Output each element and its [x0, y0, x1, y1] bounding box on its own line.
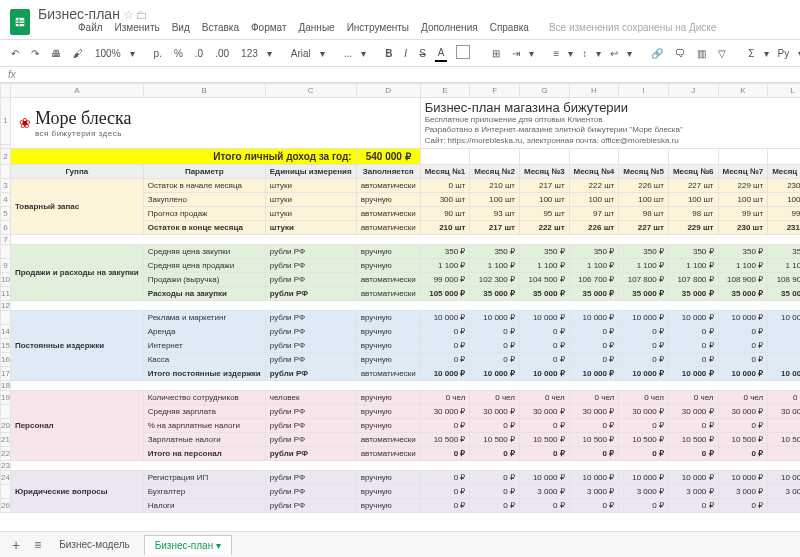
currency-button[interactable]: р.	[151, 46, 165, 61]
cell[interactable]: 350 ₽	[420, 245, 470, 259]
cell[interactable]: 0 ₽	[718, 419, 768, 433]
valign-icon[interactable]: ↕	[579, 46, 590, 61]
cell[interactable]: 350 ₽	[569, 245, 619, 259]
cell[interactable]: 3 000 ₽	[519, 485, 569, 499]
cell[interactable]: 10 000 ₽	[420, 311, 470, 325]
cell[interactable]: Интернет	[143, 339, 265, 353]
cell[interactable]: 217 шт	[519, 179, 569, 193]
cell[interactable]	[519, 149, 569, 165]
col-header[interactable]: D	[356, 84, 420, 98]
cell[interactable]: 0 ₽	[470, 339, 520, 353]
cell[interactable]: 3 000 ₽	[619, 485, 669, 499]
cell[interactable]: 10 000 ₽	[768, 367, 800, 381]
cell[interactable]: 350 ₽	[470, 245, 520, 259]
cell[interactable]: Касса	[143, 353, 265, 367]
cell[interactable]	[668, 149, 718, 165]
cell[interactable]: вручную	[356, 391, 420, 405]
col-header[interactable]: H	[569, 84, 619, 98]
cell[interactable]: 0 ₽	[569, 499, 619, 513]
cell[interactable]: 0 ₽	[619, 499, 669, 513]
cell[interactable]: 10 000 ₽	[619, 367, 669, 381]
paint-icon[interactable]: 🖌	[70, 46, 86, 61]
cell[interactable]: Месяц №4	[569, 165, 619, 179]
cell[interactable]: Остаток в начале месяца	[143, 179, 265, 193]
cell[interactable]: 10 000 ₽	[470, 367, 520, 381]
cell[interactable]: 30 000 ₽	[420, 405, 470, 419]
cell[interactable]: 10 000 ₽	[519, 471, 569, 485]
cell[interactable]: Параметр	[143, 165, 265, 179]
cell[interactable]: 95 шт	[519, 207, 569, 221]
cell[interactable]: 0 ₽	[718, 339, 768, 353]
cell[interactable]: 10 000 ₽	[768, 471, 800, 485]
add-sheet-button[interactable]: +	[6, 537, 26, 553]
cell[interactable]: штуки	[265, 207, 356, 221]
cell[interactable]: вручную	[356, 353, 420, 367]
cell[interactable]: Юридические вопросы	[10, 471, 143, 513]
cell[interactable]: 227 шт	[619, 221, 669, 235]
cell[interactable]: 30 000 ₽	[470, 405, 520, 419]
cell[interactable]: Товарный запас	[10, 179, 143, 235]
cell[interactable]: 10 500 ₽	[619, 433, 669, 447]
cell[interactable]: вручную	[356, 471, 420, 485]
cell[interactable]: 105 000 ₽	[420, 287, 470, 301]
cell[interactable]: 10 000 ₽	[619, 311, 669, 325]
cell[interactable]: 210 шт	[470, 179, 520, 193]
cell[interactable]: 1 100 ₽	[569, 259, 619, 273]
comment-icon[interactable]: 🗨	[672, 46, 688, 61]
text-color-button[interactable]: A	[435, 45, 448, 62]
cell[interactable]: 3 000 ₽	[569, 485, 619, 499]
row-header[interactable]: 11	[1, 287, 11, 301]
cell[interactable]: 10 500 ₽	[718, 433, 768, 447]
cell[interactable]: 100 шт	[619, 193, 669, 207]
cell[interactable]: Заполняется	[356, 165, 420, 179]
cell[interactable]: 230 шт	[768, 179, 800, 193]
cell[interactable]: Постоянные издержки	[10, 311, 143, 381]
cell[interactable]: 0 ₽	[420, 325, 470, 339]
cell[interactable]: 0 ₽	[420, 419, 470, 433]
row-header[interactable]: 3	[1, 179, 11, 193]
cell[interactable]: 90 шт	[420, 207, 470, 221]
cell[interactable]: рубли РФ	[265, 353, 356, 367]
cell[interactable]: 0 чел	[519, 391, 569, 405]
sheet-grid[interactable]: ABCDEFGHIJKLM1❀Море блескався бижутерия …	[0, 83, 800, 523]
cell[interactable]: 10 000 ₽	[569, 311, 619, 325]
cell[interactable]: Закуплено	[143, 193, 265, 207]
cell[interactable]: 0 ₽	[420, 499, 470, 513]
cell[interactable]: 217 шт	[470, 221, 520, 235]
cell[interactable]: 10 000 ₽	[420, 367, 470, 381]
row-header[interactable]	[1, 245, 11, 259]
cell[interactable]: 0 чел	[569, 391, 619, 405]
cell[interactable]: 100 шт	[768, 193, 800, 207]
undo-icon[interactable]: ↶	[8, 46, 22, 61]
cell[interactable]: 35 000 ₽	[519, 287, 569, 301]
cell[interactable]: 0 ₽	[768, 325, 800, 339]
folder-icon[interactable]: 🗀	[136, 8, 148, 22]
row-header[interactable]	[1, 405, 11, 419]
menu-edit[interactable]: Изменить	[115, 22, 160, 33]
cell[interactable]: 10 000 ₽	[668, 311, 718, 325]
cell[interactable]: Бухгалтер	[143, 485, 265, 499]
cell[interactable]: 0 ₽	[619, 325, 669, 339]
cell[interactable]: 10 000 ₽	[569, 471, 619, 485]
cell[interactable]: 100 шт	[470, 193, 520, 207]
more-formats[interactable]: 123	[238, 46, 261, 61]
cell[interactable]: рубли РФ	[265, 273, 356, 287]
cell[interactable]: 10 000 ₽	[718, 471, 768, 485]
cell[interactable]: 0 чел	[420, 391, 470, 405]
cell[interactable]: 106 700 ₽	[569, 273, 619, 287]
cell[interactable]: рубли РФ	[265, 419, 356, 433]
row-header[interactable]: 5	[1, 207, 11, 221]
cell[interactable]: вручную	[356, 193, 420, 207]
cell[interactable]: рубли РФ	[265, 433, 356, 447]
cell[interactable]: Зарплатные налоги	[143, 433, 265, 447]
cell[interactable]: 0 ₽	[420, 339, 470, 353]
cell[interactable]: вручную	[356, 405, 420, 419]
cell[interactable]: 0 ₽	[668, 419, 718, 433]
cell[interactable]: 222 шт	[519, 221, 569, 235]
cell[interactable]: 0 ₽	[619, 339, 669, 353]
cell[interactable]: 229 шт	[668, 221, 718, 235]
cell[interactable]: вручную	[356, 325, 420, 339]
cell[interactable]: 0 ₽	[420, 471, 470, 485]
row-header[interactable]: 22	[1, 447, 11, 461]
cell[interactable]: 350 ₽	[768, 245, 800, 259]
